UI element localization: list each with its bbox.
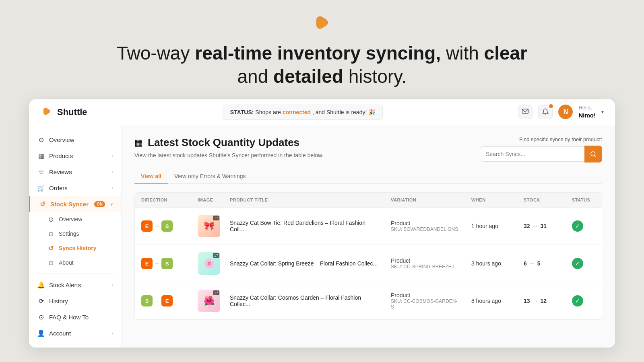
variation-cell: Product SKU: CC-COSMOS-GARDEN-S [384,285,465,317]
hero-tagline: Two-way real-time inventory syncing, wit… [8,42,636,88]
search-label: Find specific syncs by their product: [519,136,602,142]
sidebar-item-products[interactable]: ▦ Products › [29,148,121,164]
stock-syncer-icon: ↺ [38,200,46,208]
history-icon: ⟳ [37,297,45,305]
sidebar: ⊙ Overview ▦ Products › ☆ Reviews › 🛒 Or… [29,125,122,348]
product-image: 🌸 17 [198,252,220,275]
about-icon: ⊙ [47,259,55,267]
products-icon: ▦ [37,152,45,160]
app-name: Shuttle [57,107,87,117]
overview-icon: ⊙ [37,136,45,144]
stock-cell: 32 → 31 [517,216,566,237]
chevron-right-icon: › [111,169,113,174]
th-when: WHEN [465,193,517,207]
product-title-cell: Snazzy Cat Collar: Cosmos Garden – Flora… [223,287,384,315]
messages-button[interactable] [518,105,533,119]
etsy-badge: E [161,295,173,306]
direction-cell: E → S [135,251,191,276]
etsy-badge: E [141,220,153,232]
search-button[interactable] [584,146,602,162]
settings-icon: ⊙ [47,230,55,238]
status-cell: ✓ [566,251,602,276]
sidebar-item-overview[interactable]: ⊙ Overview [29,132,121,148]
stock-cell: 13 → 12 [517,290,566,311]
status-cell: ✓ [566,288,602,314]
when-cell: 8 hours ago [465,290,517,311]
tab-view-all[interactable]: View all [134,169,168,184]
sidebar-item-stock-syncer[interactable]: ↺ Stock Syncer ON ∨ [29,196,121,212]
sidebar-sub-overview[interactable]: ⊙ Overview [43,212,121,226]
th-direction: DIRECTION [135,193,191,207]
variation-cell: Product SKU: BOW-REDDANDELIONS [384,213,465,239]
product-image: 🎀 17 [198,215,220,237]
product-title-cell: Snazzy Cat Collar: Spring Breeze – Flora… [223,253,384,274]
sidebar-item-label: History [49,298,68,304]
th-status: STATUS [566,193,602,207]
sidebar-item-label: Settings [59,230,79,237]
sidebar-item-orders[interactable]: 🛒 Orders › [29,180,121,196]
shopify-badge: S [161,220,173,232]
sidebar-sub-about[interactable]: ⊙ About [43,255,121,270]
app-header: Shuttle STATUS: Shops are connected , an… [29,99,615,125]
product-title: Snazzy Cat Bow Tie: Red Dandelions – Flo… [230,220,378,232]
app-window: Shuttle STATUS: Shops are connected , an… [29,99,615,348]
header-right: N Hello, Nimo! ▾ [518,105,604,119]
sidebar-divider [35,273,115,274]
sidebar-item-history[interactable]: ⟳ History [29,293,121,309]
chevron-right-icon: › [111,331,113,335]
hero-logo [311,13,333,35]
table-row: E → S 🎀 17 Snazzy Cat Bow Tie: Red Dande… [135,208,602,245]
direction-arrow: → [154,260,160,267]
sidebar-item-label: Syncs History [59,245,96,251]
sync-table: DIRECTION IMAGE PRODUCT TITLE VARIATION … [134,192,602,320]
direction-cell: E → S [135,213,191,239]
table-icon: ▦ [134,138,143,148]
sidebar-item-label: About [59,259,74,266]
when-cell: 3 hours ago [465,253,517,274]
search-section: Find specific syncs by their product: [480,136,602,162]
user-greeting: Hello, Nimo! [578,105,596,119]
product-title: Snazzy Cat Collar: Spring Breeze – Flora… [230,260,378,267]
direction-arrow: → [154,223,160,229]
chevron-right-icon: › [111,185,113,190]
status-badge: ✓ [572,258,583,269]
app-body: ⊙ Overview ▦ Products › ☆ Reviews › 🛒 Or… [29,125,615,348]
stock-cell: 6 → 5 [517,253,566,274]
sidebar-item-account[interactable]: 👤 Account › [29,325,121,341]
notifications-button[interactable] [538,105,553,119]
shopify-badge: S [161,258,173,269]
sidebar-sub-settings[interactable]: ⊙ Settings [43,226,121,241]
sidebar-item-label: Account [49,330,71,337]
th-product-title: PRODUCT TITLE [223,193,384,207]
sidebar-item-faq[interactable]: ⊙ FAQ & How To [29,309,121,325]
sidebar-sub-syncs-history[interactable]: ↺ Syncs History [43,241,121,255]
tabs: View all View only Errors & Warnings [134,169,602,184]
status-banner: STATUS: Shops are connected , and Shuttl… [223,105,383,120]
chevron-right-icon: › [111,153,113,158]
sidebar-item-reviews[interactable]: ☆ Reviews › [29,164,121,180]
sidebar-item-label: Overview [49,136,74,143]
search-input[interactable] [480,146,584,162]
svg-line-2 [594,155,596,156]
tab-errors[interactable]: View only Errors & Warnings [168,169,252,184]
th-stock: STOCK [517,193,566,207]
shopify-badge: S [141,295,153,306]
sidebar-item-label: Overview [59,216,82,222]
sidebar-item-label: Products [49,152,73,159]
th-variation: VARIATION [384,193,465,207]
sidebar-item-stock-alerts[interactable]: 🔔 Stock Alerts › [29,277,121,293]
image-cell: 🎀 17 [191,208,223,245]
sidebar-item-label: Orders [49,185,68,191]
when-cell: 1 hour ago [465,216,517,237]
product-title-cell: Snazzy Cat Bow Tie: Red Dandelions – Flo… [223,212,384,240]
table-header: DIRECTION IMAGE PRODUCT TITLE VARIATION … [135,193,602,208]
status-badge: ✓ [572,220,583,232]
image-cell: 🌸 17 [191,245,223,282]
account-icon: 👤 [37,329,45,337]
user-menu-chevron[interactable]: ▾ [601,109,604,115]
notification-badge [548,103,554,109]
status-badge: ✓ [572,295,583,306]
syncs-history-icon: ↺ [47,244,55,252]
sidebar-item-label: Stock Syncer [50,201,89,208]
reviews-icon: ☆ [37,168,45,176]
